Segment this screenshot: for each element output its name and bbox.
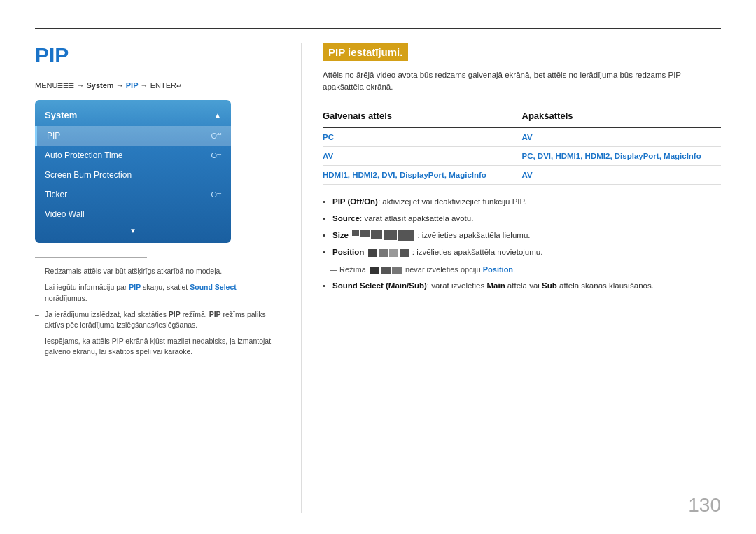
menu-item-auto-value: Off bbox=[211, 151, 221, 160]
note-1: Redzamais attēls var būt atšķirīgs atkar… bbox=[35, 266, 280, 276]
table-cell-pc-sub: AV bbox=[522, 127, 722, 147]
table-row: AV PC, DVI, HDMI1, HDMI2, DisplayPort, M… bbox=[323, 146, 721, 165]
section-title: PIP iestatījumi. bbox=[323, 43, 408, 61]
size-icon-xl bbox=[384, 230, 397, 240]
content-area: PIP MENU☰☰☰ → System → PIP → ENTER↵ Syst… bbox=[35, 43, 721, 513]
notes-section: Redzamais attēls var būt atšķirīgs atkar… bbox=[35, 257, 280, 358]
section-description: Attēls no ārējā video avota būs redzams … bbox=[323, 69, 721, 94]
size-icons bbox=[352, 230, 414, 241]
menu-item-screen-burn-label: Screen Burn Protection bbox=[45, 170, 132, 180]
bullet-list-sound: Sound Select (Main/Sub): varat izvēlētie… bbox=[323, 280, 721, 292]
menu-item-pip[interactable]: PIP Off bbox=[35, 126, 231, 146]
bullet-sound-select: Sound Select (Main/Sub): varat izvēlētie… bbox=[323, 280, 721, 292]
pos-icon-4 bbox=[400, 249, 409, 257]
table-row: HDMI1, HDMI2, DVI, DisplayPort, MagicInf… bbox=[323, 165, 721, 184]
system-menu-box: System ▲ PIP Off Auto Protection Time Of… bbox=[35, 100, 231, 243]
arrow-up-icon: ▲ bbox=[214, 111, 221, 119]
size-icon-lg bbox=[371, 230, 382, 239]
menu-item-ticker-value: Off bbox=[211, 190, 221, 199]
note-3: Ja ierādījumu izslēdzat, kad skatāties P… bbox=[35, 309, 280, 330]
sub-note-position: Režīmā nevar izvēlēties opciju Position. bbox=[323, 264, 721, 276]
table-col1-header: Galvenais attēls bbox=[323, 106, 522, 127]
bullet-pip: PIP (Off/On): aktivizējiet vai deaktiviz… bbox=[323, 196, 721, 208]
table-cell-pc-main: PC bbox=[323, 127, 522, 147]
arrow-down-icon: ▼ bbox=[35, 224, 231, 237]
table-cell-av-main: AV bbox=[323, 146, 522, 165]
page-number: 130 bbox=[688, 494, 721, 517]
system-box-title: System ▲ bbox=[35, 106, 231, 126]
mode-icon-3 bbox=[392, 267, 402, 274]
pos-icon-3 bbox=[389, 249, 398, 257]
mode-icons bbox=[370, 267, 402, 274]
pip-table: Galvenais attēls Apakšattēls PC AV AV PC… bbox=[323, 106, 721, 185]
note-2: Lai iegūtu informāciju par PIP skaņu, sk… bbox=[35, 282, 280, 303]
right-column: PIP iestatījumi. Attēls no ārējā video a… bbox=[301, 43, 721, 513]
page: PIP MENU☰☰☰ → System → PIP → ENTER↵ Syst… bbox=[0, 0, 756, 534]
size-icon-xxl bbox=[398, 230, 414, 241]
menu-item-screen-burn[interactable]: Screen Burn Protection bbox=[35, 165, 231, 185]
menu-item-video-wall[interactable]: Video Wall bbox=[35, 204, 231, 224]
menu-prefix: MENU bbox=[35, 81, 57, 90]
notes-divider bbox=[35, 257, 147, 258]
bullet-size: Size : izvēlieties apakšattēla lielumu. bbox=[323, 230, 721, 241]
menu-arrow2: → bbox=[116, 81, 126, 90]
pos-icons bbox=[368, 249, 409, 257]
menu-arrow1: → bbox=[76, 81, 86, 90]
menu-item-pip-value: Off bbox=[211, 132, 221, 140]
top-divider bbox=[35, 28, 721, 29]
menu-item-auto-label: Auto Protection Time bbox=[45, 150, 122, 160]
mode-icon-2 bbox=[381, 267, 391, 274]
menu-item-pip-label: PIP bbox=[47, 131, 60, 141]
menu-path: MENU☰☰☰ → System → PIP → ENTER↵ bbox=[35, 81, 280, 90]
menu-item-ticker-label: Ticker bbox=[45, 190, 67, 199]
left-column: PIP MENU☰☰☰ → System → PIP → ENTER↵ Syst… bbox=[35, 43, 301, 513]
page-title: PIP bbox=[35, 43, 280, 67]
bullet-source: Source: varat atlasīt apakšattēla avotu. bbox=[323, 213, 721, 225]
bullet-position: Position : izvēlieties apakšattēla novie… bbox=[323, 246, 721, 258]
menu-system: System bbox=[87, 81, 114, 90]
table-cell-av-sub: PC, DVI, HDMI1, HDMI2, DisplayPort, Magi… bbox=[522, 146, 722, 165]
pos-icon-1 bbox=[368, 249, 377, 257]
size-icon-sm bbox=[352, 230, 359, 236]
menu-item-video-wall-label: Video Wall bbox=[45, 209, 85, 219]
table-row: PC AV bbox=[323, 127, 721, 147]
table-cell-hdmi-sub: AV bbox=[522, 165, 722, 184]
table-col2-header: Apakšattēls bbox=[522, 106, 722, 127]
size-icon-md bbox=[360, 230, 370, 237]
menu-item-ticker[interactable]: Ticker Off bbox=[35, 185, 231, 204]
pos-icon-2 bbox=[379, 249, 388, 257]
bullet-list: PIP (Off/On): aktivizējiet vai deaktiviz… bbox=[323, 196, 721, 259]
note-4: Iespējams, ka attēls PIP ekrānā kļūst ma… bbox=[35, 336, 280, 357]
mode-icon-1 bbox=[370, 267, 379, 274]
menu-item-auto-protection[interactable]: Auto Protection Time Off bbox=[35, 146, 231, 165]
menu-arrow3: → ENTER bbox=[141, 81, 176, 90]
menu-pip: PIP bbox=[126, 81, 139, 90]
table-cell-hdmi-main: HDMI1, HDMI2, DVI, DisplayPort, MagicInf… bbox=[323, 165, 522, 184]
